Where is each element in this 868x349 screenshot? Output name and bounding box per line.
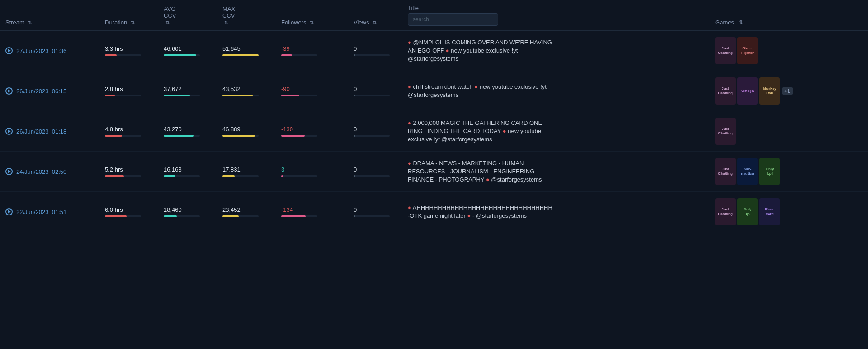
avg-ccv-value: 16,163 xyxy=(164,166,212,173)
stream-sort-icon[interactable]: ⇅ xyxy=(28,20,32,26)
game-thumbnail: MonkeyBall xyxy=(760,77,780,105)
followers-cell: 3 xyxy=(276,152,348,192)
duration-sort-icon[interactable]: ⇅ xyxy=(131,20,135,26)
avg-ccv-sort-icon[interactable]: ⇅ xyxy=(165,20,170,26)
duration-value: 3.3 hrs xyxy=(105,45,153,52)
max-ccv-cell: 43,532 xyxy=(217,71,276,111)
stream-date-text: 26/Jun/2023 01:18 xyxy=(16,128,66,135)
game-thumbnail: JustChatting xyxy=(715,37,736,64)
games-list: JustChattingStreetFighter xyxy=(715,37,863,64)
play-icon[interactable] xyxy=(5,87,13,95)
title-cell: ● AHHHHHHHHHHHHHHHHHHHHHHHHHHHHHHHH -OTK… xyxy=(402,192,710,232)
followers-value: -90 xyxy=(281,86,343,92)
avg-ccv-column-header[interactable]: AVG CCV ⇅ xyxy=(158,0,217,31)
games-cell: JustChattingOmegaMonkeyBall+1 xyxy=(710,71,868,111)
table-row: 26/Jun/2023 01:18 4.8 hrs 43,270 46,889 … xyxy=(0,111,868,152)
streams-table-container: Stream ⇅ Duration ⇅ AVG CCV ⇅ MAX CCV ⇅ … xyxy=(0,0,868,232)
views-value: 0 xyxy=(354,166,397,173)
games-cell: JustChatting xyxy=(710,111,868,152)
views-cell: 0 xyxy=(348,152,402,192)
duration-column-header[interactable]: Duration ⇅ xyxy=(99,0,158,31)
avg-ccv-value: 46,601 xyxy=(164,45,212,52)
views-column-header[interactable]: Views ⇅ xyxy=(348,0,402,31)
games-list: JustChattingSub-nauticaOnlyUp! xyxy=(715,158,863,185)
stream-column-header[interactable]: Stream ⇅ xyxy=(0,0,99,31)
game-thumbnail: JustChatting xyxy=(715,158,736,185)
views-cell: 0 xyxy=(348,71,402,111)
title-cell: ● @NMPLOL IS COMING OVER AND WE'RE HAVIN… xyxy=(402,31,710,71)
stream-date-text: 22/Jun/2023 01:51 xyxy=(16,209,66,215)
followers-cell: -39 xyxy=(276,31,348,71)
stream-date-cell: 24/Jun/2023 02:50 xyxy=(0,152,99,192)
max-ccv-sort-icon[interactable]: ⇅ xyxy=(224,20,228,26)
play-icon[interactable] xyxy=(5,47,13,54)
games-list: JustChatting xyxy=(715,118,863,145)
duration-cell: 5.2 hrs xyxy=(99,152,158,192)
views-value: 0 xyxy=(354,45,397,52)
games-cell: JustChattingSub-nauticaOnlyUp! xyxy=(710,152,868,192)
followers-column-header[interactable]: Followers ⇅ xyxy=(276,0,348,31)
avg-ccv-value: 37,672 xyxy=(164,86,212,92)
play-icon[interactable] xyxy=(5,168,13,175)
games-sort-icon[interactable]: ⇅ xyxy=(739,19,743,25)
table-row: 27/Jun/2023 01:36 3.3 hrs 46,601 51,645 … xyxy=(0,31,868,71)
max-ccv-value: 46,889 xyxy=(222,126,270,133)
title-search-input[interactable] xyxy=(408,13,498,26)
max-ccv-value: 43,532 xyxy=(222,86,270,92)
duration-value: 5.2 hrs xyxy=(105,166,153,173)
avg-ccv-value: 18,460 xyxy=(164,206,212,213)
game-thumbnail: JustChatting xyxy=(715,118,736,145)
views-cell: 0 xyxy=(348,111,402,152)
play-icon[interactable] xyxy=(5,128,13,135)
game-thumbnail: JustChatting xyxy=(715,198,736,225)
avg-ccv-cell: 37,672 xyxy=(158,71,217,111)
table-row: 26/Jun/2023 06:15 2.8 hrs 37,672 43,532 … xyxy=(0,71,868,111)
game-thumbnail: Sub-nautica xyxy=(737,158,758,185)
avg-ccv-cell: 18,460 xyxy=(158,192,217,232)
max-ccv-cell: 23,452 xyxy=(217,192,276,232)
max-ccv-cell: 46,889 xyxy=(217,111,276,152)
game-thumbnail: OnlyUp! xyxy=(760,158,780,185)
max-ccv-column-header[interactable]: MAX CCV ⇅ xyxy=(217,0,276,31)
avg-ccv-cell: 43,270 xyxy=(158,111,217,152)
duration-value: 6.0 hrs xyxy=(105,206,153,213)
stream-date-text: 27/Jun/2023 01:36 xyxy=(16,48,66,54)
views-value: 0 xyxy=(354,86,397,92)
avg-ccv-cell: 46,601 xyxy=(158,31,217,71)
max-ccv-value: 23,452 xyxy=(222,206,270,213)
game-thumbnail: Ever-core xyxy=(760,198,780,225)
title-text: ● AHHHHHHHHHHHHHHHHHHHHHHHHHHHHHHHH -OTK… xyxy=(408,204,552,220)
avg-ccv-cell: 16,163 xyxy=(158,152,217,192)
followers-value: -39 xyxy=(281,45,343,52)
views-cell: 0 xyxy=(348,192,402,232)
title-column-header: Title xyxy=(402,0,710,31)
title-text: ● DRAMA - NEWS - MARKETING - HUMAN RESOU… xyxy=(408,159,552,184)
views-value: 0 xyxy=(354,126,397,133)
title-text: ● @NMPLOL IS COMING OVER AND WE'RE HAVIN… xyxy=(408,38,552,63)
max-ccv-cell: 51,645 xyxy=(217,31,276,71)
stream-date-cell: 22/Jun/2023 01:51 xyxy=(0,192,99,232)
game-thumbnail: JustChatting xyxy=(715,77,736,105)
games-cell: JustChattingOnlyUp!Ever-core xyxy=(710,192,868,232)
duration-value: 2.8 hrs xyxy=(105,86,153,92)
max-ccv-value: 17,831 xyxy=(222,166,270,173)
followers-value: 3 xyxy=(281,166,343,173)
followers-cell: -90 xyxy=(276,71,348,111)
stream-date-cell: 27/Jun/2023 01:36 xyxy=(0,31,99,71)
title-cell: ● 2,000,000 MAGIC THE GATHERING CARD ONE… xyxy=(402,111,710,152)
stream-date-cell: 26/Jun/2023 06:15 xyxy=(0,71,99,111)
max-ccv-value: 51,645 xyxy=(222,45,270,52)
title-text: ● 2,000,000 MAGIC THE GATHERING CARD ONE… xyxy=(408,119,552,144)
games-list: JustChattingOnlyUp!Ever-core xyxy=(715,198,863,225)
title-cell: ● chill stream dont watch ● new youtube … xyxy=(402,71,710,111)
games-column-header[interactable]: Games ⇅ xyxy=(710,0,868,31)
games-list: JustChattingOmegaMonkeyBall+1 xyxy=(715,77,863,105)
stream-date-text: 24/Jun/2023 02:50 xyxy=(16,168,66,175)
duration-cell: 4.8 hrs xyxy=(99,111,158,152)
views-sort-icon[interactable]: ⇅ xyxy=(373,20,377,26)
duration-value: 4.8 hrs xyxy=(105,126,153,133)
play-icon[interactable] xyxy=(5,208,13,215)
streams-table: Stream ⇅ Duration ⇅ AVG CCV ⇅ MAX CCV ⇅ … xyxy=(0,0,868,232)
views-cell: 0 xyxy=(348,31,402,71)
followers-sort-icon[interactable]: ⇅ xyxy=(310,20,314,26)
